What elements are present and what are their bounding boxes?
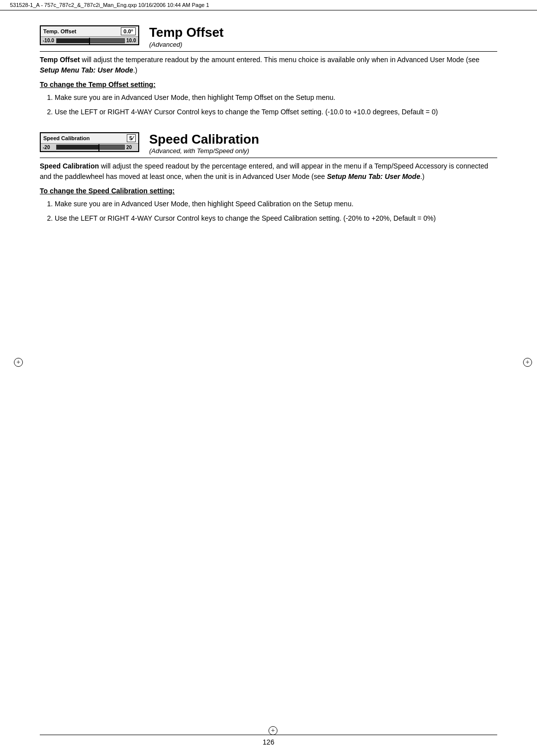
speed-calibration-title-block: Speed Calibration (Advanced, with Temp/S…: [147, 132, 259, 155]
speed-calibration-body: Speed Calibration will adjust the speed …: [40, 161, 497, 182]
speed-calibration-lcd: Speed Calibration 5∕ -20 20: [40, 132, 139, 152]
temp-offset-lcd: Temp. Offset 0.0° -10.0 10.0: [40, 25, 139, 45]
temp-offset-setup-menu-ref: Setup Menu Tab: User Mode: [40, 66, 133, 74]
temp-offset-title: Temp Offset: [149, 25, 224, 40]
speed-calibration-step-2: Use the LEFT or RIGHT 4-WAY Cursor Contr…: [55, 213, 497, 224]
speed-cal-setup-menu-ref: Setup Menu Tab: User Mode: [327, 172, 420, 180]
speed-calibration-section: Speed Calibration 5∕ -20 20 Speed Cal: [40, 132, 497, 224]
speed-calibration-step-1: Make sure you are in Advanced User Mode,…: [55, 199, 497, 209]
temp-offset-lcd-label: Temp. Offset: [43, 28, 76, 34]
speed-calibration-slider-fill: [57, 145, 98, 149]
speed-calibration-header: Speed Calibration 5∕ -20 20 Speed Cal: [40, 132, 497, 159]
speed-calibration-slider-marker: [98, 144, 99, 151]
speed-calibration-steps: Make sure you are in Advanced User Mode,…: [55, 199, 497, 224]
temp-offset-lcd-max: 10.0: [126, 38, 136, 43]
temp-offset-lcd-slider-row: -10.0 10.0: [41, 37, 138, 44]
temp-offset-step-2: Use the LEFT or RIGHT 4-WAY Cursor Contr…: [55, 107, 497, 117]
speed-calibration-lcd-top: Speed Calibration 5∕: [41, 133, 138, 144]
page-header: 531528-1_A - 757c_787c2_&_787c2i_Man_Eng…: [0, 0, 537, 10]
header-text: 531528-1_A - 757c_787c2_&_787c2i_Man_Eng…: [10, 2, 209, 8]
speed-calibration-title: Speed Calibration: [149, 132, 259, 147]
temp-offset-lcd-value: 0.0°: [121, 27, 136, 35]
speed-calibration-subheading: To change the Speed Calibration setting:: [40, 187, 497, 195]
temp-offset-step-1: Make sure you are in Advanced User Mode,…: [55, 92, 497, 103]
page-number: 126: [263, 738, 274, 746]
temp-offset-bold-term: Temp Offset: [40, 56, 80, 64]
temp-offset-subheading: To change the Temp Offset setting:: [40, 81, 497, 88]
temp-offset-lcd-top: Temp. Offset 0.0°: [41, 26, 138, 37]
temp-offset-title-block: Temp Offset (Advanced): [147, 25, 224, 48]
temp-offset-header: Temp. Offset 0.0° -10.0 10.0 Temp Off: [40, 25, 497, 52]
main-content: Temp. Offset 0.0° -10.0 10.0 Temp Off: [0, 10, 537, 268]
temp-offset-body: Temp Offset will adjust the temperature …: [40, 55, 497, 76]
temp-offset-slider-marker: [89, 38, 90, 45]
temp-offset-slider-track: [56, 38, 125, 43]
speed-calibration-lcd-label: Speed Calibration: [43, 135, 90, 141]
temp-offset-steps: Make sure you are in Advanced User Mode,…: [55, 92, 497, 117]
speed-calibration-lcd-min: -20: [43, 145, 55, 150]
page-container: 531528-1_A - 757c_787c2_&_787c2i_Man_Eng…: [0, 0, 537, 756]
temp-offset-subtitle: (Advanced): [147, 41, 224, 48]
speed-calibration-subtitle: (Advanced, with Temp/Speed only): [147, 147, 259, 155]
temp-offset-lcd-min: -10.0: [43, 38, 55, 43]
temp-offset-section: Temp. Offset 0.0° -10.0 10.0 Temp Off: [40, 25, 497, 117]
page-footer: 126: [40, 735, 497, 746]
speed-calibration-lcd-slider-row: -20 20: [41, 144, 138, 151]
speed-calibration-bold-term: Speed Calibration: [40, 162, 99, 170]
speed-calibration-lcd-max: 20: [126, 145, 136, 150]
temp-offset-slider-fill: [57, 39, 89, 43]
speed-calibration-slider-track: [56, 145, 125, 150]
speed-calibration-lcd-value: 5∕: [127, 134, 136, 142]
